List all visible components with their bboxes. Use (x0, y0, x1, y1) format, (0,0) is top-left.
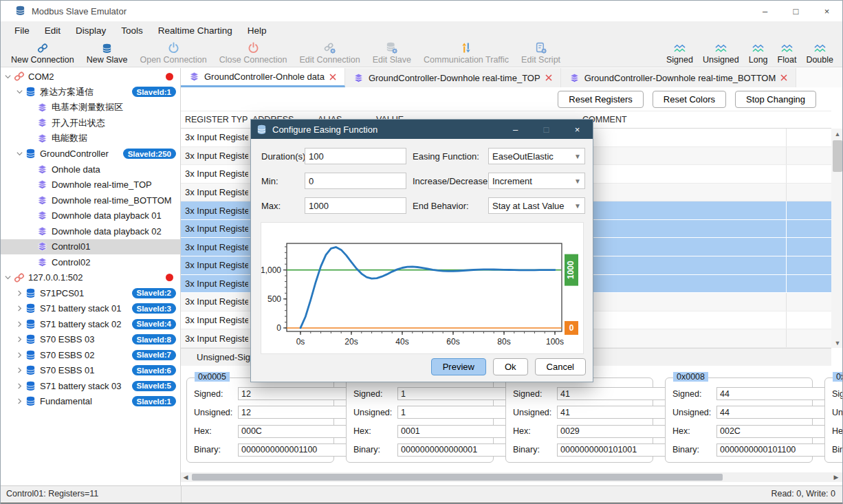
binary-input[interactable] (397, 443, 515, 457)
cell-extra[interactable] (787, 238, 831, 256)
scroll-down-icon[interactable]: ▼ (831, 338, 843, 348)
cell-comment[interactable] (578, 238, 787, 256)
cancel-button[interactable]: Cancel (535, 358, 586, 375)
cell-comment[interactable] (578, 147, 787, 165)
menu-realtime-charting[interactable]: Realtime Charting (151, 21, 240, 39)
chevron-right-icon[interactable] (14, 334, 25, 344)
tree-item-s70-esbs-01[interactable]: S70 ESBS 01SlaveId:6 (1, 363, 180, 379)
chevron-right-icon[interactable] (14, 303, 25, 314)
tab-close-icon[interactable] (329, 74, 336, 80)
toolbar-edit-slave[interactable]: Edit Slave (366, 39, 417, 67)
max-input[interactable] (305, 197, 406, 214)
scroll-up-icon[interactable]: ▲ (831, 129, 843, 139)
stop-changing-button[interactable]: Stop Changing (735, 91, 816, 108)
tree-item-onhole-data[interactable]: Onhole data (1, 162, 180, 177)
cell-extra[interactable] (787, 165, 831, 183)
unsigned-input[interactable] (397, 406, 515, 419)
tree-item-s71-battery-stack-02[interactable]: S71 battery stack 02SlaveId:4 (1, 316, 180, 332)
binary-input[interactable] (716, 443, 834, 457)
close-icon[interactable]: × (811, 1, 842, 21)
tree-item-雅达方案通信[interactable]: 雅达方案通信SlaveId:1 (1, 85, 180, 100)
signed-input[interactable] (557, 387, 675, 400)
horizontal-scrollbar[interactable]: ◀ ▶ (181, 472, 843, 482)
chevron-down-icon[interactable] (3, 272, 13, 283)
cell-extra[interactable] (787, 220, 831, 238)
cell-comment[interactable] (578, 184, 787, 201)
tree-item-开入开出状态[interactable]: 开入开出状态 (1, 116, 180, 131)
cell-extra[interactable] (787, 329, 831, 347)
chevron-right-icon[interactable] (14, 288, 25, 298)
hex-input[interactable] (397, 425, 515, 438)
menu-tools[interactable]: Tools (113, 21, 151, 39)
dialog-titlebar[interactable]: Configure Easing Function – □ × (251, 120, 593, 139)
tree-item-downhole-data-playback-01[interactable]: Downhole data playback 01 (1, 208, 180, 224)
dialog-minimize-icon[interactable]: – (500, 120, 531, 139)
cell-register-type[interactable]: 3x Input Register (181, 201, 248, 219)
horizontal-scroll-thumb[interactable] (192, 474, 723, 481)
tree-item-downhole-real-time-top[interactable]: Downhole real-time_TOP (1, 177, 180, 193)
toolbar-open-connection[interactable]: Open Connection (133, 39, 212, 67)
cell-comment[interactable] (578, 329, 787, 347)
tree-item-control01[interactable]: Control01 (1, 239, 180, 255)
minimize-icon[interactable]: – (749, 1, 780, 21)
menu-file[interactable]: File (7, 21, 37, 39)
cell-extra[interactable] (787, 275, 831, 293)
toolbar-unsigned[interactable]: Unsigned (698, 39, 744, 67)
toolbar-new-slave[interactable]: New Slave (80, 39, 134, 67)
cell-comment[interactable] (578, 311, 787, 329)
cell-extra[interactable] (787, 147, 831, 165)
tree-item-127-0-0-1-502[interactable]: 127.0.0.1:502 (1, 270, 180, 286)
hex-input[interactable] (716, 425, 834, 438)
column-header-register-type[interactable]: REGISTER TYPE (181, 115, 248, 124)
ok-button[interactable]: Ok (493, 358, 528, 375)
chevron-down-icon[interactable] (14, 87, 25, 97)
signed-input[interactable] (716, 387, 834, 400)
chevron-right-icon[interactable] (14, 350, 25, 360)
cell-register-type[interactable]: 3x Input Register (181, 147, 248, 165)
dialog-maximize-icon[interactable]: □ (531, 120, 562, 139)
dialog-close-icon[interactable]: × (562, 120, 593, 139)
cell-extra[interactable] (787, 201, 831, 219)
reset-registers-button[interactable]: Reset Registers (558, 91, 643, 108)
toolbar-double[interactable]: Double (801, 39, 838, 67)
cell-register-type[interactable]: 3x Input Register (181, 165, 248, 183)
tab-groundcontroller-onhole-data[interactable]: GroundController-Onhole data (181, 68, 345, 87)
chevron-right-icon[interactable] (14, 319, 25, 329)
hex-input[interactable] (238, 425, 355, 438)
signed-input[interactable] (397, 387, 515, 400)
chevron-right-icon[interactable] (14, 381, 25, 391)
tab-groundcontroller-downhole-real-time-top[interactable]: GroundController-Downhole real-time_TOP (345, 68, 561, 87)
cell-comment[interactable] (578, 129, 787, 146)
scroll-left-icon[interactable]: ◀ (181, 472, 190, 482)
cell-extra[interactable] (787, 129, 831, 146)
hex-input[interactable] (557, 425, 675, 438)
tree-item-downhole-real-time-bottom[interactable]: Downhole real-time_BOTTOM (1, 193, 180, 208)
cell-register-type[interactable]: 3x Input Register (181, 329, 248, 347)
end-behavior-dropdown[interactable]: Stay at Last Value▼ (488, 197, 585, 214)
toolbar-close-connection[interactable]: Close Connection (213, 39, 294, 67)
cell-extra[interactable] (787, 293, 831, 311)
min-input[interactable] (305, 173, 406, 189)
unsigned-input[interactable] (238, 406, 355, 419)
tree-item-电基本测量数据区[interactable]: 电基本测量数据区 (1, 100, 180, 116)
tab-groundcontroller-downhole-real-time-bottom[interactable]: GroundController-Downhole real-time_BOTT… (561, 68, 797, 87)
duration-s-input[interactable] (305, 148, 406, 164)
chevron-down-icon[interactable] (3, 72, 13, 82)
toolbar-float[interactable]: Float (773, 39, 802, 67)
cell-register-type[interactable]: 3x Input Register (181, 311, 248, 329)
tree-item-s71pcs01[interactable]: S71PCS01SlaveId:2 (1, 285, 180, 301)
tab-close-icon[interactable] (545, 74, 552, 81)
cell-comment[interactable] (578, 275, 787, 293)
scroll-right-icon[interactable]: ▶ (831, 472, 841, 482)
toolbar-edit-connection[interactable]: Edit Connection (293, 39, 366, 67)
tree-item-groundcontroller[interactable]: GroundControllerSlaveId:250 (1, 146, 180, 162)
tree-item-com2[interactable]: COM2 (1, 69, 180, 85)
tree-item-fundamental[interactable]: FundamentalSlaveId:1 (1, 394, 180, 410)
cell-extra[interactable] (787, 184, 831, 201)
tree-item-s71-battery-stack-01[interactable]: S71 battery stack 01SlaveId:3 (1, 301, 180, 317)
unsigned-input[interactable] (557, 406, 675, 419)
binary-input[interactable] (557, 443, 675, 457)
signed-input[interactable] (238, 387, 355, 400)
chevron-down-icon[interactable] (14, 149, 25, 159)
chevron-right-icon[interactable] (14, 365, 25, 375)
